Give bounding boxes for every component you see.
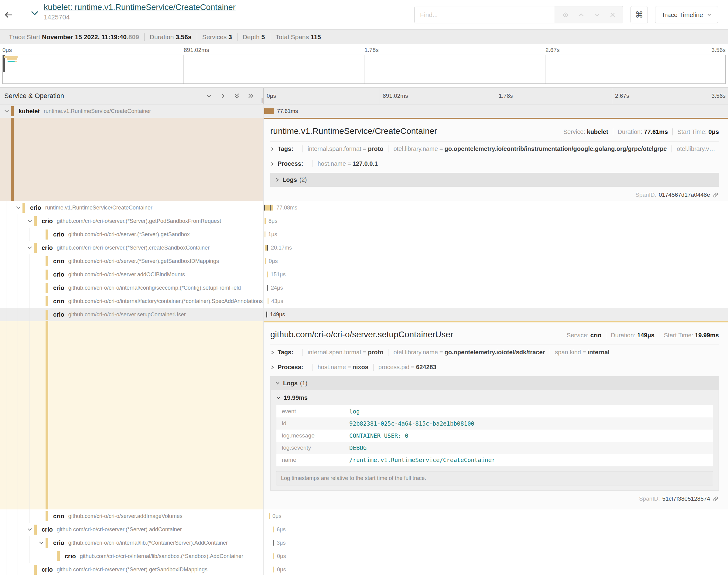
span-bar[interactable] [264,205,273,211]
span-operation: github.com/cri-o/cri-o/server.setupConta… [68,311,186,318]
expand-one-icon[interactable] [220,93,226,99]
log-field-row: name /runtime.v1.RuntimeService/CreateCo… [276,454,713,466]
span-row[interactable]: crio github.com/cri-o/cri-o/internal/lib… [0,549,728,563]
service-color-bar [45,321,48,509]
span-row[interactable]: crio github.com/cri-o/cri-o/server.(*Ser… [0,214,728,228]
span-row[interactable]: crio github.com/cri-o/cri-o/server.setup… [0,308,728,321]
focus-match-icon[interactable] [562,11,569,18]
span-duration: 0μs [277,553,286,560]
span-service: crio [53,539,64,546]
spanid-row: SpanID: 51cf7f38e5128574 [270,496,719,502]
span-bar[interactable] [265,232,265,237]
column-resizer[interactable]: || [261,97,264,103]
service-color-bar [45,511,48,521]
detail-left-block [0,321,264,509]
top-bar-controls: ⌘ Trace Timeline [414,6,718,23]
service-color-bar [45,256,48,266]
span-bar[interactable] [267,272,268,277]
span-row[interactable]: crio github.com/cri-o/cri-o/server.(*Ser… [0,563,728,575]
span-bar[interactable] [273,540,274,546]
trace-view-selector[interactable]: Trace Timeline [655,6,718,23]
span-duration: 0μs [269,258,277,264]
span-service: kubelet [19,108,40,115]
minimap-span-bar [4,56,18,58]
collapse-chevron-icon[interactable] [15,205,23,211]
span-bar[interactable] [266,312,267,317]
logs-accordion[interactable]: Logs (1) [270,376,719,390]
find-input[interactable] [415,6,555,23]
span-duration: 149μs [270,311,285,318]
tags-accordion[interactable]: Tags: internal.span.format=proto otel.li… [270,141,719,156]
span-bar[interactable] [268,298,268,304]
next-match-icon[interactable] [594,11,600,18]
trace-title-link[interactable]: kubelet: runtime.v1.RuntimeService/Creat… [44,2,236,13]
span-row[interactable]: crio github.com/cri-o/cri-o/server.(*Ser… [0,228,728,241]
trace-depth: Depth 5 [237,33,270,41]
chevron-right-icon [270,365,274,370]
service-color-bar [23,203,25,213]
find-group [414,6,623,23]
span-duration: 151μs [271,271,286,278]
trace-total-spans: Total Spans 115 [270,33,326,41]
expand-all-icon[interactable] [247,93,254,99]
span-bar[interactable] [273,553,274,559]
span-rows: kubelet runtime.v1.RuntimeService/Create… [0,104,728,575]
chevron-down-icon [275,381,280,385]
span-detail-crio: github.com/cri-o/cri-o/server.setupConta… [0,321,728,509]
span-bar[interactable] [273,527,274,533]
collapse-chevron-icon[interactable] [27,218,34,224]
service-color-bar [45,310,48,320]
span-row[interactable]: kubelet runtime.v1.RuntimeService/Create… [0,104,728,118]
service-color-bar [57,551,60,561]
clear-find-icon[interactable] [609,12,616,18]
span-duration: 3μs [277,540,286,546]
service-color-bar [45,230,48,240]
span-bar[interactable] [269,513,270,519]
span-row[interactable]: crio runtime.v1.RuntimeService/CreateCon… [0,201,728,214]
span-bar[interactable] [264,108,274,114]
command-icon: ⌘ [635,10,643,20]
back-button[interactable] [0,0,17,29]
collapse-chevron-icon[interactable] [4,108,11,114]
log-entry-accordion[interactable]: 19.99ms [276,394,713,401]
collapse-all-icon[interactable] [234,93,240,99]
collapse-chevron-icon[interactable] [27,245,34,251]
span-row[interactable]: crio github.com/cri-o/cri-o/internal/lib… [0,536,728,549]
top-bar: kubelet: runtime.v1.RuntimeService/Creat… [0,0,728,29]
span-row[interactable]: crio github.com/cri-o/cri-o/server.(*Ser… [0,255,728,268]
span-service: crio [42,566,53,573]
span-bar[interactable] [273,567,274,573]
tags-accordion[interactable]: Tags: internal.span.format=proto otel.li… [270,345,719,360]
span-row[interactable]: crio github.com/cri-o/cri-o/internal/con… [0,281,728,295]
span-bar[interactable] [265,258,266,264]
copy-link-icon[interactable] [713,496,719,502]
spanid-row: SpanID: 0174567d17a0448e [270,192,719,198]
span-row[interactable]: crio github.com/cri-o/cri-o/server.(*Ser… [0,523,728,536]
span-row[interactable]: crio github.com/cri-o/cri-o/internal/fac… [0,295,728,308]
span-operation: github.com/cri-o/cri-o/internal/config/s… [68,285,241,291]
collapse-chevron-icon[interactable] [27,527,34,533]
span-bar[interactable] [267,285,268,291]
prev-match-icon[interactable] [578,11,585,18]
logs-accordion[interactable]: Logs (2) [270,173,719,187]
copy-link-icon[interactable] [713,192,719,198]
span-bar[interactable] [265,218,266,224]
process-accordion[interactable]: Process: host.name=127.0.0.1 [270,156,719,171]
collapse-chevron-icon[interactable] [38,540,45,546]
span-duration: 77.08ms [276,205,297,211]
span-service: crio [42,218,53,225]
trace-timeline-page: kubelet: runtime.v1.RuntimeService/Creat… [0,0,728,575]
minimap-span-bar [7,58,17,60]
span-service: crio [53,271,64,278]
span-row[interactable]: crio github.com/cri-o/cri-o/server.(*Ser… [0,241,728,255]
collapse-trace-chevron-icon[interactable] [30,10,39,21]
span-operation: github.com/cri-o/cri-o/server.addOCIBind… [68,271,185,278]
minimap-canvas[interactable] [2,55,726,84]
span-service: crio [53,311,64,318]
span-row[interactable]: crio github.com/cri-o/cri-o/server.addIm… [0,509,728,523]
span-row[interactable]: crio github.com/cri-o/cri-o/server.addOC… [0,268,728,281]
minimap-span-bar [14,61,17,62]
keyboard-shortcuts-button[interactable]: ⌘ [630,6,648,23]
process-accordion[interactable]: Process: host.name=nixos process.pid=624… [270,360,719,375]
collapse-one-icon[interactable] [206,93,212,99]
